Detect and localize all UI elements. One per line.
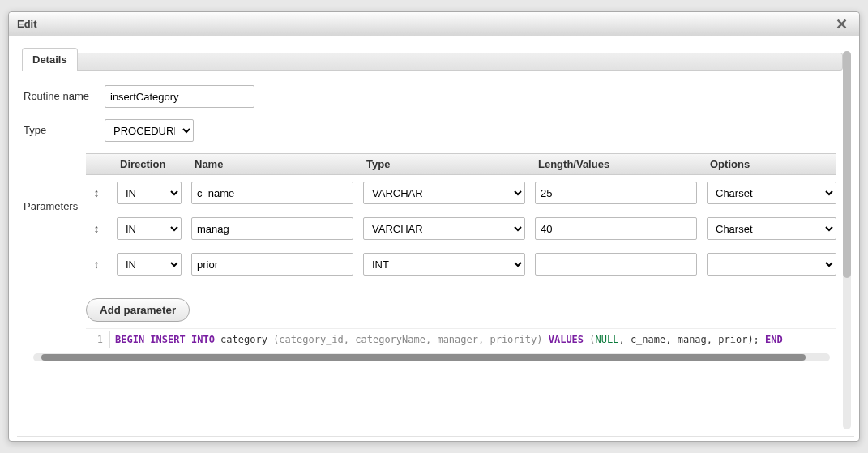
routine-name-label: Routine name [24, 90, 105, 103]
param-length-input[interactable] [535, 217, 697, 240]
code-line[interactable]: BEGIN INSERT INTO category (category_id,… [110, 331, 788, 348]
param-header-row: Direction Name Type Length/Values Option… [86, 153, 836, 175]
tab-strip: Details [17, 53, 843, 71]
param-type-select[interactable]: VARCHAR [363, 217, 525, 240]
param-row: ↕ IN VARCHAR Charset [86, 175, 836, 211]
col-type: Type [363, 158, 525, 170]
param-name-input[interactable] [191, 182, 353, 204]
col-direction: Direction [117, 158, 182, 170]
type-label: Type [24, 124, 105, 137]
param-option-select[interactable]: Charset [707, 217, 836, 240]
param-type-select[interactable]: INT [363, 253, 525, 276]
horizontal-scrollbar[interactable] [33, 353, 830, 361]
parameters-table: Direction Name Type Length/Values Option… [86, 153, 836, 348]
dialog-body: Details Routine name Type PROCEDURE Para… [9, 36, 859, 441]
horizontal-scrollbar-thumb[interactable] [41, 354, 806, 361]
param-option-select[interactable]: Charset [707, 182, 836, 204]
drag-handle-icon[interactable]: ↕ [86, 186, 107, 199]
vertical-scrollbar-thumb[interactable] [843, 51, 851, 278]
col-length: Length/Values [535, 158, 697, 170]
param-length-input[interactable] [535, 253, 697, 276]
param-name-input[interactable] [191, 217, 353, 240]
parameters-label: Parameters [24, 153, 86, 212]
edit-dialog: Edit ✕ Details Routine name Type PROCEDU… [8, 11, 860, 442]
definition-code: 1 BEGIN INSERT INTO category (category_i… [86, 328, 836, 348]
code-line-number: 1 [86, 331, 110, 348]
param-row: ↕ IN INT [86, 246, 836, 282]
param-length-input[interactable] [535, 182, 697, 204]
routine-name-input[interactable] [105, 85, 254, 108]
dialog-title: Edit [17, 18, 37, 30]
type-select[interactable]: PROCEDURE [105, 119, 194, 142]
add-parameter-button[interactable]: Add parameter [86, 298, 190, 322]
drag-handle-icon[interactable]: ↕ [86, 222, 107, 235]
drag-handle-icon[interactable]: ↕ [86, 258, 107, 271]
param-type-select[interactable]: VARCHAR [363, 182, 525, 204]
col-options: Options [707, 158, 836, 170]
tab-details[interactable]: Details [22, 48, 78, 71]
param-row: ↕ IN VARCHAR Charset [86, 211, 836, 246]
param-direction-select[interactable]: IN [117, 182, 182, 204]
dialog-titlebar: Edit ✕ [9, 12, 859, 36]
dialog-footer: Go Close [17, 436, 854, 441]
param-option-select[interactable] [707, 253, 836, 276]
close-icon[interactable]: ✕ [832, 15, 851, 33]
param-direction-select[interactable]: IN [117, 253, 182, 276]
col-name: Name [191, 158, 353, 170]
vertical-scrollbar[interactable] [843, 51, 851, 429]
form-area: Routine name Type PROCEDURE Parameters D… [17, 71, 843, 348]
param-name-input[interactable] [191, 253, 353, 276]
param-direction-select[interactable]: IN [117, 217, 182, 240]
tab-strip-background [74, 53, 843, 71]
